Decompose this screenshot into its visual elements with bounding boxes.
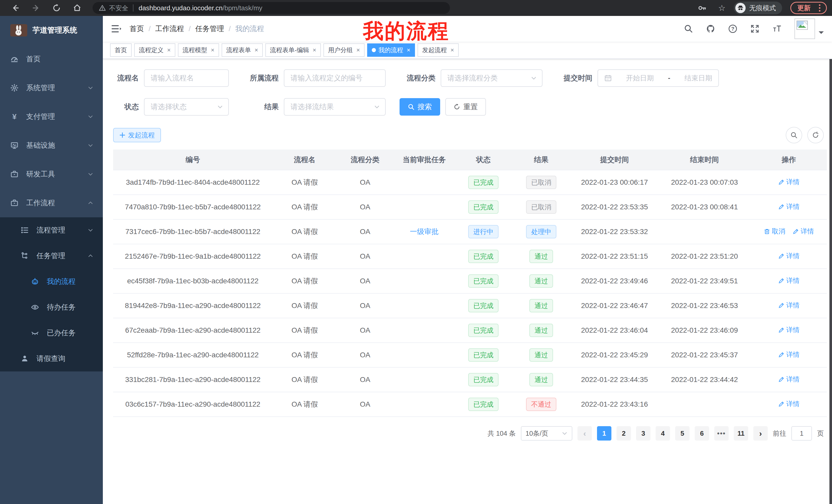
category-select[interactable]: 请选择流程分类	[441, 69, 543, 87]
detail-link[interactable]: 详情	[778, 251, 800, 260]
main-area: 首页 / 工作流程 / 任务管理 / 我的流程 ?	[103, 16, 832, 504]
page-button[interactable]: 4	[656, 426, 670, 441]
page-button[interactable]: 3	[636, 426, 650, 441]
start-date-placeholder[interactable]: 开始日期	[626, 74, 654, 83]
user-menu[interactable]	[795, 19, 824, 39]
tab-close-icon[interactable]: ×	[255, 47, 258, 53]
tab-close-icon[interactable]: ×	[211, 47, 214, 53]
sidebar-item-todo-tasks[interactable]: 待办任务	[0, 295, 103, 320]
jump-page-input[interactable]	[791, 426, 812, 441]
tab-close-icon[interactable]: ×	[167, 47, 171, 53]
tab-close-icon[interactable]: ×	[313, 47, 316, 53]
view-tab[interactable]: 流程表单×	[222, 44, 263, 57]
process-definition-input[interactable]	[284, 69, 386, 87]
app-logo-row[interactable]: 芋道管理系统	[0, 16, 103, 45]
browser-home-icon[interactable]	[73, 3, 82, 12]
tab-close-icon[interactable]: ×	[450, 47, 454, 53]
browser-back-icon[interactable]	[11, 3, 20, 12]
browser-forward-icon[interactable]	[31, 3, 41, 12]
view-tab[interactable]: 流程模型×	[178, 44, 219, 57]
result-badge: 通过	[529, 324, 553, 337]
prev-page-button[interactable]: ‹	[577, 426, 592, 441]
refresh-table-icon[interactable]	[807, 127, 824, 143]
sidebar-item-my-processes[interactable]: 我的流程	[0, 269, 103, 295]
search-button[interactable]: 搜索	[399, 98, 440, 116]
sidebar-item-process-management[interactable]: 流程管理	[0, 217, 103, 243]
scrollbar[interactable]	[829, 16, 832, 504]
password-key-icon[interactable]	[698, 3, 707, 12]
font-size-icon[interactable]	[772, 24, 782, 33]
detail-link[interactable]: 详情	[792, 227, 814, 236]
view-tab[interactable]: 流程定义×	[134, 44, 175, 57]
view-tab[interactable]: 用户分组×	[323, 44, 365, 57]
tab-close-icon[interactable]: ×	[407, 47, 410, 53]
update-button[interactable]: 更新	[790, 2, 827, 14]
create-process-button[interactable]: 发起流程	[113, 128, 161, 142]
breadcrumb-item[interactable]: 工作流程	[155, 24, 184, 34]
page-button[interactable]: 2	[617, 426, 631, 441]
tab-close-icon[interactable]: ×	[356, 47, 360, 53]
detail-link[interactable]: 详情	[778, 399, 800, 409]
next-page-button[interactable]: ›	[753, 426, 768, 441]
pencil-icon	[778, 277, 785, 284]
pencil-icon	[778, 179, 785, 186]
browser-menu-icon[interactable]	[816, 2, 824, 13]
page-button[interactable]: 11	[734, 426, 748, 441]
github-icon[interactable]	[706, 24, 715, 33]
view-tab[interactable]: 流程表单-编辑×	[265, 44, 321, 57]
date-range-picker[interactable]: 开始日期 - 结束日期	[598, 69, 719, 87]
search-icon[interactable]	[684, 24, 693, 33]
process-name: OA 请假	[272, 293, 337, 318]
sidebar-item-system[interactable]: 系统管理	[0, 74, 103, 102]
sidebar-item-task-management[interactable]: 任务管理	[0, 243, 103, 269]
page-button[interactable]: 6	[695, 426, 709, 441]
page-size-select[interactable]: 10条/页	[521, 426, 572, 441]
page-button[interactable]: 5	[675, 426, 690, 441]
sidebar-item-done-tasks[interactable]: 已办任务	[0, 320, 103, 346]
bookmark-star-icon[interactable]: ☆	[718, 4, 726, 12]
breadcrumb-item[interactable]: 首页	[130, 24, 144, 34]
result-badge: 已取消	[526, 200, 556, 214]
sidebar-item-infrastructure[interactable]: 基础设施	[0, 131, 103, 160]
view-tab[interactable]: 首页	[110, 44, 132, 57]
view-tab[interactable]: 我的流程×	[367, 44, 415, 57]
tab-label: 流程表单-编辑	[270, 46, 309, 54]
view-tab[interactable]: 发起流程×	[418, 44, 459, 57]
detail-link[interactable]: 详情	[778, 301, 800, 310]
end-date-placeholder[interactable]: 结束日期	[684, 74, 712, 83]
status-badge-cell: 已完成	[455, 318, 512, 343]
tab-label: 我的流程	[379, 46, 403, 54]
detail-link[interactable]: 详情	[778, 276, 800, 285]
address-bar[interactable]: 不安全 dashboard.yudao.iocoder.cn/bpm/task/…	[93, 2, 450, 14]
sidebar-item-home[interactable]: 首页	[0, 45, 103, 74]
sidebar-item-payment[interactable]: ¥ 支付管理	[0, 102, 103, 131]
process-name-input[interactable]	[144, 69, 229, 87]
cancel-link[interactable]: 取消	[763, 227, 785, 236]
sidebar-item-workflow[interactable]: 工作流程	[0, 189, 103, 217]
plus-icon	[119, 132, 126, 138]
sidebar-item-leave-query[interactable]: 请假查询	[0, 346, 103, 371]
action-label: 详情	[786, 326, 800, 334]
reset-button[interactable]: 重置	[445, 98, 486, 116]
page-ellipsis[interactable]: •••	[714, 426, 729, 441]
fullscreen-icon[interactable]	[750, 24, 759, 33]
help-icon[interactable]: ?	[728, 24, 737, 33]
status-badge: 已完成	[468, 398, 498, 411]
status-select[interactable]: 请选择状态	[144, 98, 229, 116]
browser-reload-icon[interactable]	[52, 3, 61, 12]
page-button[interactable]: 1	[597, 426, 612, 441]
detail-link[interactable]: 详情	[778, 202, 800, 211]
current-task-link[interactable]: 一级审批	[410, 228, 439, 235]
show-search-icon[interactable]	[786, 127, 802, 143]
result-badge: 通过	[529, 250, 553, 263]
detail-link[interactable]: 详情	[778, 177, 800, 187]
sidebar-item-devtools[interactable]: 研发工具	[0, 160, 103, 189]
detail-link[interactable]: 详情	[778, 326, 800, 334]
detail-link[interactable]: 详情	[778, 375, 800, 384]
result-select[interactable]: 请选择流结果	[284, 98, 386, 116]
app-title: 芋道管理系统	[32, 25, 77, 35]
page-content: 流程名 所属流程 流程分类 请选择流程分类	[103, 59, 832, 504]
detail-link[interactable]: 详情	[778, 350, 800, 359]
breadcrumb-item[interactable]: 任务管理	[196, 24, 224, 34]
sidebar-toggle-icon[interactable]	[111, 24, 121, 34]
